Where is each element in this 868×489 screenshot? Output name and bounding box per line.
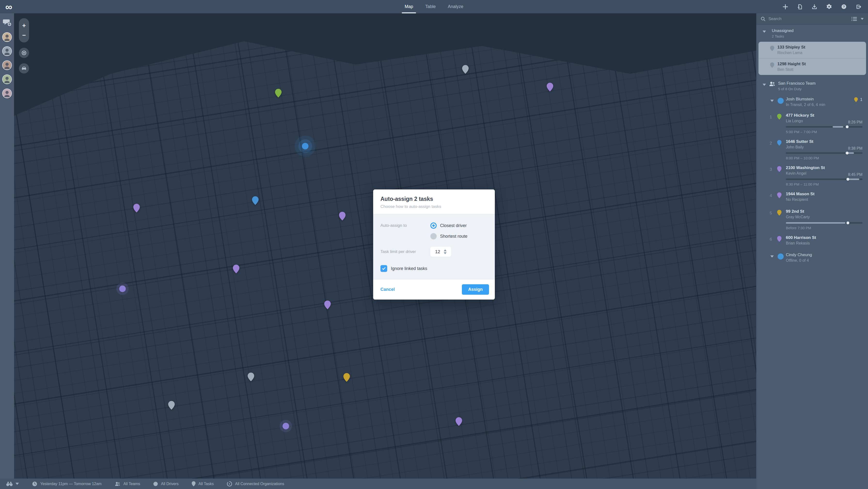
view-tabs: Map Table Analyze	[405, 0, 434, 13]
task-map-pin[interactable]	[275, 89, 282, 97]
avatar[interactable]	[2, 75, 12, 84]
zoom-out-button[interactable]: −	[22, 32, 26, 38]
avatar[interactable]	[2, 89, 12, 98]
avatar[interactable]	[2, 32, 12, 42]
dialog-title: Auto-assign 2 tasks	[380, 196, 434, 202]
assign-mode-options: Closest driver Shortest route	[430, 223, 434, 239]
dialog-header: Auto-assign 2 tasks Choose how to auto-a…	[373, 190, 434, 214]
task-map-pin[interactable]	[133, 204, 140, 212]
map-controls: + −	[19, 18, 29, 74]
dialog-subtitle: Choose how to auto-assign tasks	[380, 204, 434, 209]
onfleet-logo[interactable]: ∞	[5, 0, 12, 13]
zoom-in-button[interactable]: +	[22, 22, 26, 29]
map-canvas[interactable]: + −	[14, 13, 434, 244]
tab-map[interactable]: Map	[405, 0, 413, 13]
radio-shortest-route[interactable]: Shortest route	[430, 233, 434, 239]
new-message-icon[interactable]	[3, 19, 11, 26]
task-map-pin[interactable]	[339, 212, 346, 221]
task-map-pin[interactable]	[252, 196, 258, 205]
dialog-body: Auto-assign to Closest driver Shortest r…	[373, 214, 434, 244]
driver-rail	[0, 13, 14, 244]
auto-assign-to-label: Auto-assign to	[380, 223, 430, 239]
avatar[interactable]	[2, 60, 12, 70]
radio-closest-driver[interactable]: Closest driver	[430, 223, 434, 229]
radio-button[interactable]	[430, 223, 434, 229]
avatar[interactable]	[2, 46, 12, 56]
radio-button[interactable]	[430, 233, 434, 239]
vehicle-button[interactable]	[19, 63, 29, 74]
locate-button[interactable]	[19, 48, 29, 58]
auto-assign-dialog: Auto-assign 2 tasks Choose how to auto-a…	[373, 190, 434, 244]
tab-table[interactable]: Table	[425, 0, 434, 13]
driver-location-marker[interactable]	[302, 143, 308, 149]
top-bar: ∞ Map Table Analyze ?	[0, 0, 434, 13]
